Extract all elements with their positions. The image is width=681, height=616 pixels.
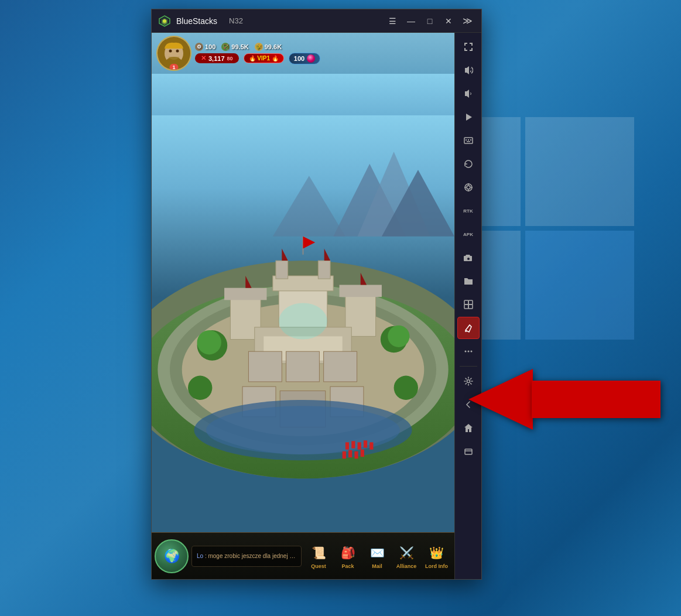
mail-label: Mail	[372, 563, 382, 569]
svg-point-71	[467, 258, 470, 261]
svg-rect-49	[351, 441, 355, 448]
svg-rect-73	[468, 300, 473, 304]
svg-rect-54	[348, 450, 352, 457]
hud-top: 1 ⚙ 100 🏹 99.5K 🌾 99	[152, 33, 454, 74]
lord-info-icon: 👑	[426, 543, 447, 562]
back-arrows-button[interactable]: ≫	[459, 13, 475, 29]
close-button[interactable]: ✕	[440, 13, 457, 29]
svg-rect-34	[286, 351, 320, 382]
svg-rect-74	[464, 304, 468, 309]
svg-point-7	[169, 50, 172, 53]
svg-point-40	[197, 330, 221, 354]
food-stat: 🌾 99.6K	[255, 43, 282, 51]
svg-point-44	[394, 376, 418, 400]
title-bar-controls: ☰ — □ ✕ ≫	[384, 13, 475, 29]
alliance-label: Alliance	[396, 563, 417, 569]
maximize-button[interactable]: □	[422, 13, 438, 29]
alliance-button[interactable]: ⚔️ Alliance	[392, 542, 420, 571]
avatar-level-badge: 1	[169, 64, 178, 71]
svg-point-8	[176, 50, 179, 53]
quest-icon: 📜	[308, 543, 329, 562]
volume-up-button[interactable]	[457, 59, 480, 81]
folder-button[interactable]	[457, 270, 480, 292]
game-bottom-bar: 🌍 Lo : moge zrobic jeszcze dla jednej os…	[152, 532, 454, 579]
svg-point-79	[470, 351, 472, 353]
mail-icon: ✉️	[367, 543, 388, 562]
lord-info-button[interactable]: 👑 Lord Info	[422, 542, 451, 571]
multi-instance-button[interactable]	[457, 293, 480, 316]
chat-preview[interactable]: Lo : moge zrobic jeszcze dla jednej osob…	[191, 546, 302, 567]
more-button[interactable]	[457, 340, 480, 362]
target-button[interactable]	[457, 176, 480, 199]
svg-rect-64	[467, 141, 470, 142]
svg-rect-33	[248, 351, 282, 382]
svg-rect-48	[345, 442, 349, 449]
svg-rect-22	[318, 261, 330, 279]
play-button[interactable]	[457, 106, 480, 128]
apk-button[interactable]: APK	[457, 223, 480, 245]
keyboard-button[interactable]	[457, 129, 480, 152]
hud-row2: ✕ 3,117 80 🔥 VIP1 🔥 100	[195, 53, 320, 64]
svg-point-42	[388, 326, 409, 347]
svg-rect-29	[340, 285, 382, 297]
app-title: BlueStacks	[176, 16, 217, 26]
svg-rect-75	[468, 304, 473, 309]
recents-button[interactable]	[457, 440, 480, 463]
quest-button[interactable]: 📜 Quest	[304, 542, 333, 571]
svg-rect-53	[343, 451, 346, 458]
rotate-button[interactable]	[457, 153, 480, 175]
gem-sphere	[307, 54, 315, 63]
quest-label: Quest	[311, 563, 326, 569]
svg-rect-62	[468, 139, 469, 141]
gem-bar: 100	[289, 53, 320, 64]
svg-rect-21	[276, 261, 288, 279]
pack-label: Pack	[341, 563, 354, 569]
avatar-container[interactable]: 1	[156, 36, 191, 71]
instance-label: N32	[229, 16, 243, 25]
menu-button[interactable]: ☰	[384, 13, 401, 29]
macro-rtk-button[interactable]: RTK	[457, 200, 480, 222]
lord-info-label: Lord Info	[425, 563, 448, 569]
chat-text: Lo : moge zrobic jeszcze dla jednej osob…	[197, 553, 296, 559]
svg-rect-55	[354, 451, 358, 458]
svg-rect-72	[464, 300, 468, 304]
svg-point-77	[464, 351, 466, 353]
script-button[interactable]	[457, 317, 480, 339]
main-content: 1 ⚙ 100 🏹 99.5K 🌾 99	[152, 33, 481, 579]
svg-point-66	[467, 186, 470, 189]
hp-bar: ✕ 3,117 80	[195, 53, 239, 63]
bottom-nav: 📜 Quest 🎒 Pack ✉️ Mail ⚔️ Alliance	[304, 542, 451, 571]
red-arrow	[468, 369, 661, 430]
svg-rect-61	[466, 139, 467, 141]
svg-point-78	[467, 351, 469, 353]
svg-rect-52	[369, 442, 373, 449]
vip-badge: 🔥 VIP1 🔥	[244, 53, 284, 63]
svg-rect-26	[224, 288, 266, 300]
bluestacks-window: BlueStacks N32 ☰ — □ ✕ ≫	[151, 9, 482, 580]
title-bar: BlueStacks N32 ☰ — □ ✕ ≫	[152, 9, 481, 33]
minimize-button[interactable]: —	[403, 13, 419, 29]
svg-rect-50	[358, 442, 361, 449]
svg-rect-63	[470, 139, 471, 141]
svg-rect-51	[364, 440, 367, 447]
city-scene[interactable]	[152, 74, 454, 532]
arrow-stat: 🏹 99.5K	[221, 43, 248, 51]
fullscreen-button[interactable]	[457, 36, 480, 58]
svg-rect-35	[324, 351, 357, 382]
alliance-icon: ⚔️	[396, 543, 417, 562]
pack-icon: 🎒	[337, 543, 358, 562]
mail-button[interactable]: ✉️ Mail	[363, 542, 391, 571]
game-area[interactable]: 1 ⚙ 100 🏹 99.5K 🌾 99	[152, 33, 454, 579]
svg-point-47	[279, 303, 327, 340]
svg-marker-59	[466, 114, 472, 121]
svg-point-3	[163, 19, 166, 23]
world-map-button[interactable]: 🌍	[155, 539, 189, 573]
pack-button[interactable]: 🎒 Pack	[334, 542, 362, 571]
svg-point-43	[188, 376, 212, 400]
right-sidebar: RTK APK	[454, 33, 481, 579]
screenshot-button[interactable]	[457, 247, 480, 269]
sidebar-divider	[460, 366, 477, 367]
hud-row1: ⚙ 100 🏹 99.5K 🌾 99.6K	[195, 43, 320, 51]
volume-down-button[interactable]	[457, 83, 480, 105]
bluestacks-logo	[158, 14, 172, 28]
